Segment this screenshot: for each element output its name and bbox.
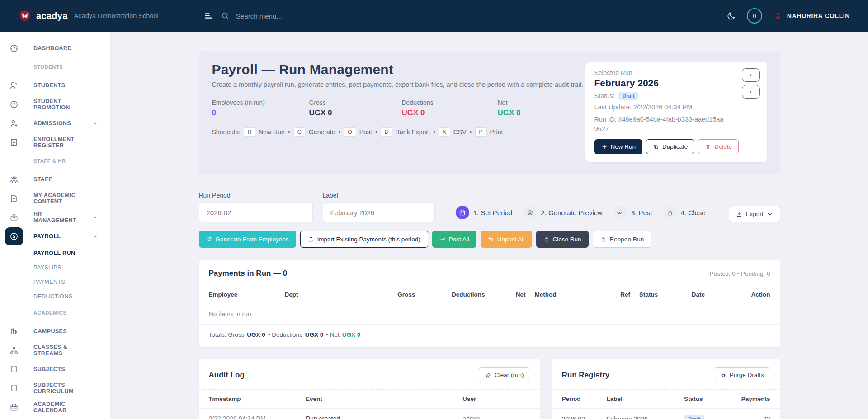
audit-log-table: Timestamp Event User 2/22/2026 04:34 PM … <box>199 390 540 419</box>
eraser-icon <box>485 372 491 378</box>
sidebar: DASHBOARD STUDENTS STUDENTS STUDENT PROM… <box>0 32 111 419</box>
export-button[interactable]: Export <box>729 206 780 222</box>
sidebar-item-academic-calendar[interactable]: ACADEMIC CALENDAR <box>0 398 110 417</box>
search-icon[interactable] <box>221 11 230 20</box>
sidebar-section-staff-hr: STAFF & HR <box>0 152 110 170</box>
close-run-button[interactable]: Close Run <box>536 231 589 248</box>
status-badge: Draft <box>618 92 639 100</box>
import-existing-payments-button[interactable]: Import Existing Payments (this period) <box>300 231 428 248</box>
label-field: Label <box>323 192 435 222</box>
sidebar-subitem-payments[interactable]: PAYMENTS <box>0 275 110 289</box>
chevron-up-icon <box>93 234 98 239</box>
dark-mode-moon-icon[interactable] <box>726 11 736 21</box>
payments-summary: Posted: 0 • Pending: 0 <box>710 270 770 277</box>
open-book-icon <box>0 384 28 393</box>
lock-step-icon <box>663 206 677 219</box>
stat-employees: Employees (in run) 0 <box>212 99 309 118</box>
shortcuts-row: Shortcuts: R New Run• G Generate• O Post… <box>212 127 583 137</box>
payments-totals: Totals: Gross UGX 0 • Deductions UGX 0 •… <box>199 325 780 347</box>
sidebar-item-students[interactable]: STUDENTS <box>0 76 110 95</box>
kbd-r: R <box>244 127 256 137</box>
sidebar-subitem-payslips[interactable]: PAYSLIPS <box>0 260 110 275</box>
export-wrap: Export <box>729 206 780 222</box>
sidebar-item-payroll[interactable]: PAYROLL <box>0 227 110 246</box>
hierarchy-icon <box>0 346 28 355</box>
run-id: Run ID: ff48e9a0-54ba-4fab-b333-aaed15aa… <box>594 115 726 134</box>
hamburger-menu-icon[interactable] <box>203 11 213 21</box>
arrow-up-circle-icon <box>0 100 28 109</box>
sidebar-item-enrollment-register[interactable]: ENROLLMENT REGISTER <box>0 133 110 152</box>
notification-badge[interactable]: 0 <box>747 8 762 24</box>
sidebar-item-classes-streams[interactable]: CLASSES & STREAMS <box>0 341 110 360</box>
selected-run-label: Selected Run <box>594 69 758 76</box>
file-upload-icon <box>0 194 28 203</box>
sidebar-item-staff[interactable]: STAFF <box>0 170 110 189</box>
kbd-p: P <box>475 127 487 137</box>
brand-shield-icon <box>18 9 32 23</box>
sidebar-item-subjects[interactable]: SUBJECTS <box>0 360 110 379</box>
run-controls: Run Period Label 1. Set Period 2. Genera… <box>199 192 780 222</box>
chevron-down-icon <box>93 121 98 126</box>
totals-gross: UGX 0 <box>247 331 265 338</box>
delete-button[interactable]: Delete <box>698 139 739 154</box>
audit-timestamp: 2/22/2026 04:34 PM <box>199 409 302 419</box>
run-period-input[interactable] <box>199 202 313 222</box>
post-all-button[interactable]: Post All <box>432 231 476 248</box>
totals-net: UGX 0 <box>342 331 361 338</box>
sidebar-item-dashboard[interactable]: DASHBOARD <box>0 39 110 58</box>
audit-log-panel: Audit Log Clear (run) Timestamp Event Us… <box>199 359 540 419</box>
unpost-all-button[interactable]: Unpost All <box>481 231 532 248</box>
sidebar-item-student-promotion[interactable]: STUDENT PROMOTION <box>0 95 110 114</box>
user-menu[interactable]: NAHURIRA COLLIN <box>773 11 850 21</box>
sidebar-item-hr-management[interactable]: HR MANAGEMENT <box>0 208 110 227</box>
unlock-icon <box>600 236 607 242</box>
sidebar-subitem-payroll-run[interactable]: PAYROLL RUN <box>0 246 110 260</box>
last-update: Last Update: 2/22/2026 04:34 PM <box>594 103 758 112</box>
sidebar-subitem-deductions[interactable]: DEDUCTIONS <box>0 289 110 304</box>
registry-label: February 2026 <box>602 409 680 419</box>
lock-icon <box>543 236 550 242</box>
sidebar-item-my-academic-content[interactable]: MY ACADEMIC CONTENT <box>0 189 110 208</box>
upload-icon <box>308 236 314 242</box>
new-run-button[interactable]: New Run <box>594 139 643 154</box>
empty-message: No items in run. <box>199 304 780 325</box>
hero-left: Payroll — Run Management Create a monthl… <box>212 62 583 162</box>
selected-run-name: February 2026 <box>594 78 758 89</box>
audit-log-title: Audit Log <box>209 371 245 380</box>
purge-drafts-button[interactable]: Purge Drafts <box>714 367 770 382</box>
clear-run-button[interactable]: Clear (run) <box>479 367 530 382</box>
audit-event: Run created <box>301 409 458 419</box>
label-label: Label <box>323 192 435 199</box>
reopen-run-button[interactable]: Reopen Run <box>593 231 652 248</box>
next-run-button[interactable]: › <box>742 85 760 99</box>
topbar: acadya Acadya Demostration School 0 NAHU… <box>0 0 868 32</box>
menu-search <box>221 11 363 20</box>
run-registry-title: Run Registry <box>562 371 610 380</box>
briefcase-icon <box>0 213 28 222</box>
registry-status-badge: Draft <box>684 415 704 419</box>
duplicate-button[interactable]: Duplicate <box>646 139 694 154</box>
run-period-label: Run Period <box>199 192 313 199</box>
sidebar-item-campuses[interactable]: CAMPUSES <box>0 322 110 341</box>
bottom-row: Audit Log Clear (run) Timestamp Event Us… <box>199 359 780 419</box>
stat-deductions: Deductions UGX 0 <box>402 99 498 118</box>
audit-header-row: Timestamp Event User <box>199 390 540 409</box>
sidebar-item-subjects-curriculum[interactable]: SUBJECTS CURRICULUM <box>0 379 110 398</box>
label-input[interactable] <box>323 202 435 222</box>
sidebar-item-admissions[interactable]: ADMISSIONS <box>0 114 110 133</box>
stat-net: Net UGX 0 <box>498 99 521 118</box>
user-plus-icon <box>0 119 28 128</box>
workflow-steps: 1. Set Period 2. Generate Preview 3. Pos… <box>456 202 706 222</box>
generate-from-employees-button[interactable]: Generate From Employees <box>199 231 296 248</box>
payments-table: Employee Dept Gross Deductions Net Metho… <box>199 285 780 325</box>
registry-run-row[interactable]: 2026-02 February 2026 Draft 23 <box>552 409 780 419</box>
prev-run-button[interactable]: ‹ <box>742 68 760 82</box>
page-subtitle: Create a monthly payroll run, generate e… <box>212 81 583 88</box>
brand[interactable]: acadya Acadya Demostration School <box>18 9 159 23</box>
step-post: 3. Post <box>613 206 652 219</box>
calendar-step-icon <box>456 206 469 219</box>
payments-empty-row: No items in run. <box>199 304 780 325</box>
chevron-down-icon <box>93 215 98 220</box>
open-book-icon <box>0 365 28 374</box>
search-input[interactable] <box>236 12 363 20</box>
